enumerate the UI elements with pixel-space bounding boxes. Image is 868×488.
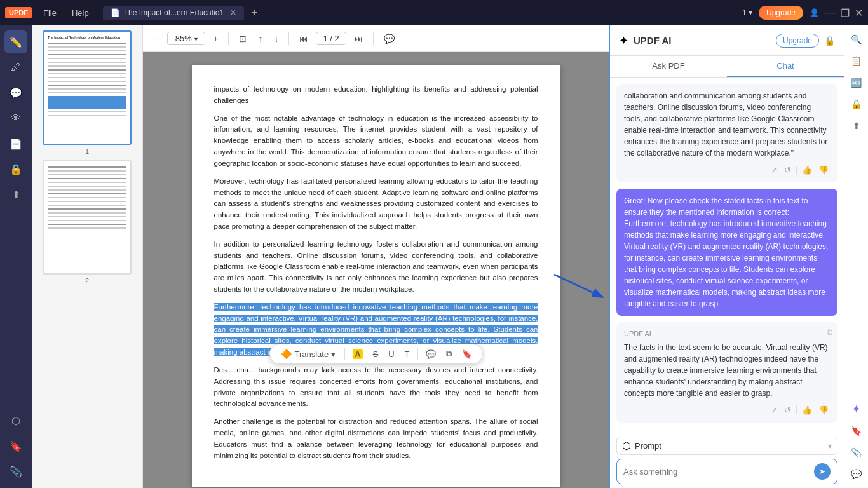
sidebar-icon-layers[interactable]: ⬡ [4, 409, 27, 432]
sidebar-icon-attach[interactable]: 📎 [4, 460, 27, 483]
thumbs-up-btn-1[interactable]: 👍 [801, 164, 813, 176]
right-share-icon[interactable]: ⬆ [848, 117, 865, 135]
right-attach-icon[interactable]: 📎 [848, 444, 865, 461]
zoom-display[interactable]: 85% ▾ [167, 32, 205, 45]
ai-send-button[interactable]: ➤ [814, 463, 831, 480]
refresh-btn-2[interactable]: ↺ [783, 404, 792, 416]
underline-icon: U [388, 349, 394, 359]
thumbnail-panel: The Impact of Technology on Modern Educa… [32, 25, 143, 488]
last-page-button[interactable]: ⏭ [350, 31, 367, 46]
right-sidebar: 🔍 📋 🔤 🔒 ⬆ ✦ 🔖 📎 💬 [844, 25, 868, 488]
comment-float-icon: 💬 [426, 349, 436, 359]
copy-message-button[interactable]: ⧉ [827, 327, 832, 337]
text-color-button[interactable]: T [402, 348, 412, 360]
pdf-page: impacts of technology on modern educatio… [192, 65, 560, 487]
sidebar-icon-pages[interactable]: 📄 [4, 132, 27, 155]
version-selector[interactable]: 1 ▾ [742, 8, 752, 17]
thumbnail-page-1[interactable]: The Impact of Technology on Modern Educa… [37, 30, 137, 155]
thumbnail-image-2 [43, 160, 132, 274]
bookmark-float-button[interactable]: 🔖 [459, 348, 475, 360]
sidebar-icon-protect[interactable]: 🔒 [4, 158, 27, 180]
tab-ask-pdf[interactable]: Ask PDF [610, 56, 727, 77]
external-link-btn-1[interactable]: ↗ [770, 164, 779, 176]
pdf-para-6: Des... cha... backgrounds may lack acces… [214, 365, 538, 410]
copy-float-button[interactable]: ⧉ [444, 348, 454, 360]
nav-up-button[interactable]: ↑ [254, 31, 266, 46]
user-message-1-text: Great! Now please check the stated facts… [624, 196, 828, 308]
right-bookmark-icon[interactable]: 🔖 [848, 422, 865, 440]
message-actions-2: ↗ ↺ 👍 👎 [624, 404, 830, 416]
external-link-btn-2[interactable]: ↗ [770, 404, 779, 416]
ai-message-1: collaboration and communication among st… [616, 84, 837, 182]
add-tab-button[interactable]: + [247, 7, 262, 18]
underline-button[interactable]: U [386, 348, 397, 360]
sidebar-icon-highlight[interactable]: 🖊 [4, 56, 27, 79]
thumbs-down-btn-2[interactable]: 👎 [817, 404, 830, 416]
strikethrough-button[interactable]: S [370, 348, 381, 360]
thumbs-up-btn-2[interactable]: 👍 [801, 404, 813, 416]
float-divider-2 [417, 348, 418, 360]
upgrade-button[interactable]: Upgrade [759, 6, 803, 20]
menu-help[interactable]: Help [65, 6, 95, 20]
zoom-out-button[interactable]: − [151, 31, 163, 46]
msg-divider-2 [796, 405, 797, 414]
zoom-in-button[interactable]: + [209, 31, 222, 46]
right-search-icon[interactable]: 🔍 [848, 30, 865, 48]
tab-close-button[interactable]: ✕ [230, 8, 236, 17]
active-tab[interactable]: 📄 The Impact of...ern Educatio1 ✕ [103, 6, 244, 20]
thumbs-down-btn-1[interactable]: 👎 [817, 164, 830, 176]
right-chat-icon[interactable]: 💬 [848, 465, 865, 483]
fit-page-button[interactable]: ⊡ [235, 31, 250, 46]
thumbnail-page-2[interactable]: 2 [37, 160, 137, 285]
translate-button[interactable]: 🔶 Translate ▾ [277, 348, 339, 360]
maximize-button[interactable]: ❐ [841, 7, 850, 19]
sidebar-icon-bookmark[interactable]: 🔖 [4, 435, 27, 458]
toolbar-divider-3 [373, 32, 374, 45]
tab-chat[interactable]: Chat [727, 56, 844, 77]
pdf-para-2: One of the most notable advantage of tec… [214, 113, 538, 170]
right-ocr-icon[interactable]: 📋 [848, 52, 865, 70]
pdf-para-1: impacts of technology on modern educatio… [214, 84, 538, 107]
msg-divider-1 [796, 166, 797, 175]
ai-messages[interactable]: collaboration and communication among st… [610, 78, 844, 431]
ai-message-2-text: The facts in the text seem to be accurat… [624, 343, 828, 398]
close-button[interactable]: ✕ [855, 7, 863, 19]
pdf-para-7: Another challenge is the potential for d… [214, 416, 538, 461]
highlight-button[interactable]: A [350, 348, 365, 360]
pdf-viewer[interactable]: impacts of technology on modern educatio… [143, 52, 609, 488]
thumbnail-label-2: 2 [85, 277, 89, 285]
refresh-btn-1[interactable]: ↺ [783, 164, 792, 176]
comment-float-button[interactable]: 💬 [423, 348, 438, 360]
page-indicator[interactable]: 1 / 2 [316, 32, 346, 45]
sidebar-icon-convert[interactable]: ⬆ [4, 183, 27, 206]
tab-label: The Impact of...ern Educatio1 [124, 8, 224, 17]
account-icon[interactable]: 👤 [810, 8, 819, 17]
right-ai-icon[interactable]: ✦ [848, 400, 865, 418]
bookmark-float-icon: 🔖 [462, 349, 472, 359]
right-protect-icon[interactable]: 🔒 [848, 95, 865, 113]
ai-upgrade-button[interactable]: Upgrade [776, 34, 819, 48]
pdf-para-4: In addition to personalized learning tec… [214, 239, 538, 295]
ai-panel-header: ✦ UPDF AI Upgrade 🔒 [610, 25, 844, 56]
user-message-1: Great! Now please check the stated facts… [616, 189, 837, 316]
prompt-chevron-icon: ▾ [828, 442, 832, 451]
toolbar-divider-1 [228, 32, 229, 45]
app-logo: UPDF [5, 7, 32, 18]
highlight-icon: A [353, 349, 362, 359]
sidebar-icon-comment[interactable]: 💬 [4, 81, 27, 104]
comment-toolbar-button[interactable]: 💬 [380, 31, 398, 46]
prompt-selector[interactable]: ⬡ Prompt ▾ [616, 437, 837, 455]
svg-line-1 [554, 274, 602, 297]
window-controls: — ❐ ✕ [825, 7, 863, 19]
ai-message-1-text: collaboration and communication among st… [624, 92, 827, 158]
nav-down-button[interactable]: ↓ [270, 31, 282, 46]
ai-panel-title: UPDF AI [634, 35, 771, 46]
sidebar-icon-edit[interactable]: ✏️ [4, 30, 27, 53]
first-page-button[interactable]: ⏮ [295, 31, 312, 46]
ai-input-row: ➤ [616, 459, 837, 484]
minimize-button[interactable]: — [825, 7, 836, 19]
right-text-icon[interactable]: 🔤 [848, 74, 865, 92]
sidebar-icon-view[interactable]: 👁 [4, 107, 27, 130]
ai-input-field[interactable] [623, 467, 810, 477]
menu-file[interactable]: File [37, 6, 63, 20]
